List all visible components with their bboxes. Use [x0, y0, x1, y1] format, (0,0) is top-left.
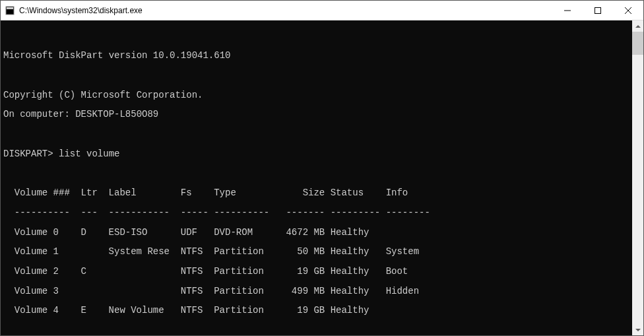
chevron-down-icon: [635, 329, 641, 331]
terminal-output[interactable]: Microsoft DiskPart version 10.0.19041.61…: [1, 20, 632, 335]
vertical-scrollbar[interactable]: [632, 20, 643, 335]
scroll-up-button[interactable]: [632, 20, 643, 32]
scroll-thumb[interactable]: [632, 32, 643, 55]
table-row: Volume 1System ReseNTFSPartition50 MBHea…: [3, 247, 629, 257]
app-icon: [5, 5, 15, 16]
close-button[interactable]: [613, 1, 643, 20]
table-row: Volume 0DESD-ISOUDFDVD-ROM4672 MBHealthy: [3, 228, 629, 238]
scroll-track[interactable]: [632, 32, 643, 324]
titlebar[interactable]: C:\Windows\system32\diskpart.exe: [1, 1, 643, 20]
computer-line: On computer: DESKTOP-L850O89: [3, 110, 629, 119]
minimize-icon: [564, 7, 571, 14]
svg-rect-3: [595, 7, 601, 13]
table-row: Volume 2CNTFSPartition19 GBHealthyBoot: [3, 267, 629, 277]
window-title: C:\Windows\system32\diskpart.exe: [19, 6, 552, 15]
version-line: Microsoft DiskPart version 10.0.19041.61…: [3, 51, 629, 61]
minimize-button[interactable]: [552, 1, 583, 20]
chevron-up-icon: [635, 25, 641, 28]
window-controls: [552, 1, 643, 20]
prompt-list: DISKPART> list volume: [3, 149, 629, 159]
app-window: C:\Windows\system32\diskpart.exe Microso…: [0, 0, 644, 336]
table-row: Volume 3NTFSPartition499 MBHealthyHidden: [3, 286, 629, 296]
close-icon: [625, 7, 631, 14]
table-row: Volume 4ENew VolumeNTFSPartition19 GBHea…: [3, 306, 629, 316]
table-divider: ----------------------------------------…: [3, 208, 629, 218]
content-area: Microsoft DiskPart version 10.0.19041.61…: [1, 20, 643, 335]
scroll-down-button[interactable]: [632, 324, 643, 335]
svg-rect-1: [7, 7, 13, 9]
copyright-line: Copyright (C) Microsoft Corporation.: [3, 90, 629, 100]
maximize-button[interactable]: [583, 1, 613, 20]
maximize-icon: [595, 7, 601, 14]
table-header: Volume ###LtrLabelFsTypeSizeStatusInfo: [3, 188, 629, 198]
